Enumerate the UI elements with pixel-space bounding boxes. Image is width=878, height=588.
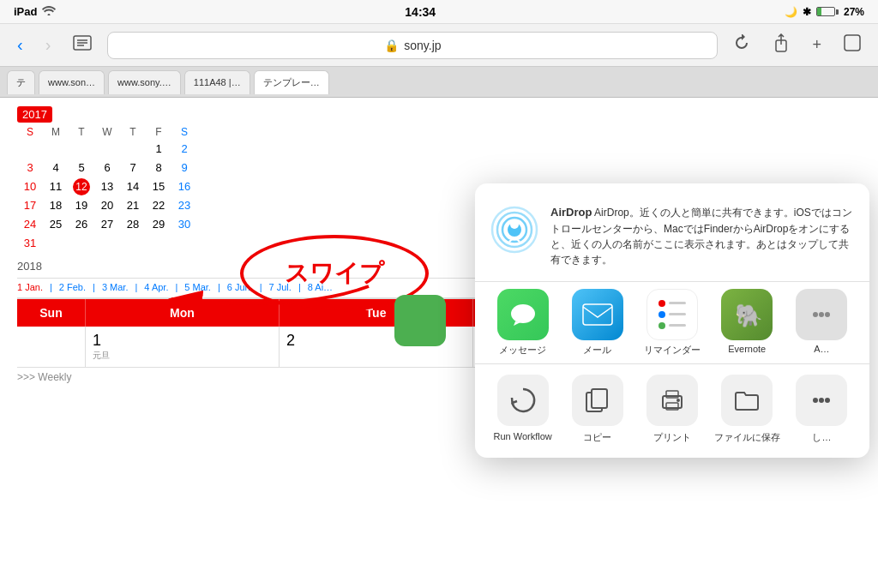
cal-week-1: 12 [17,140,214,159]
more-action-icon [796,375,847,426]
copy-label: コピー [583,431,611,444]
tab-3[interactable]: 111A48 |… [184,70,250,94]
svg-point-26 [825,398,830,403]
save-to-files-action[interactable]: ファイルに保存 [713,375,781,444]
mail-app-label: メール [583,344,611,357]
cal-week-3: 10111213141516 [17,177,214,196]
svg-point-24 [813,398,818,403]
svg-point-17 [825,312,830,317]
week-header-sun: Sun [17,299,86,327]
green-app-icon [394,295,446,346]
year-2017-label: 2017 [17,106,52,123]
share-app-evernote[interactable]: 🐘 Evernote [713,289,781,357]
svg-text:🐘: 🐘 [735,302,762,329]
new-tab-button[interactable]: + [805,33,828,57]
bluetooth-icon: ✱ [803,6,811,18]
mail-app-icon [572,289,623,340]
more-app-icon [796,289,847,340]
share-app-messages[interactable]: メッセージ [489,289,556,357]
share-app-reminders[interactable]: リマインダー [638,289,706,357]
svg-rect-13 [583,304,612,325]
address-bar[interactable]: 🔒 sony.jp [107,32,718,59]
airdrop-description: AirDrop AirDrop。近くの人と簡単に共有できます。iOSではコントロ… [550,204,854,267]
main-content: 2017 SMTWTFS 12 3456789 10111213141516 1… [0,98,878,588]
run-workflow-action[interactable]: Run Workflow [489,375,556,444]
mini-calendar: 2017 SMTWTFS 12 3456789 10111213141516 1… [17,106,214,253]
cal-week-4: 17181920212223 [17,196,214,215]
print-action[interactable]: プリント [638,375,706,444]
week-header-mon: Mon [86,299,280,327]
sun-cell [17,327,86,367]
share-app-mail[interactable]: メール [563,289,631,357]
mon-note: 元旦 [93,350,272,362]
battery-indicator [816,7,839,16]
save-to-files-icon [721,375,773,426]
svg-point-16 [819,312,824,317]
svg-point-15 [813,312,818,317]
messages-app-icon [497,289,549,340]
forward-button[interactable]: › [39,32,58,58]
carrier-label: iPad [14,5,37,18]
url-text: sony.jp [404,39,441,52]
moon-icon: 🌙 [785,6,797,18]
share-button[interactable] [766,30,797,60]
back-button[interactable]: ‹ [10,32,30,58]
mon-date: 1 [93,332,272,350]
reader-mode-button[interactable] [66,32,99,58]
copy-icon [572,375,623,426]
share-actions-row: Run Workflow コピー [475,364,869,444]
svg-point-25 [819,398,824,403]
more-action[interactable]: し… [788,375,856,444]
more-app-label: A… [814,344,829,354]
calendar-day-headers: SMTWTFS [17,126,214,138]
airdrop-icon [490,206,538,254]
tab-0[interactable]: テ [7,70,35,94]
svg-rect-19 [592,389,607,408]
airdrop-desc-text: AirDrop。近くの人と簡単に共有できます。iOSではコントロールセンターから… [550,207,852,266]
messages-app-label: メッセージ [499,344,546,357]
share-apps-row: メッセージ メール リマインダー [475,281,869,364]
more-action-label: し… [812,431,831,444]
evernote-app-label: Evernote [728,344,766,354]
svg-point-23 [677,399,680,402]
airdrop-section: AirDrop AirDrop。近くの人と簡単に共有できます。iOSではコントロ… [475,197,869,281]
tabs-overview-button[interactable] [837,31,868,59]
mon-cell: 1 元旦 [86,327,280,367]
lock-icon: 🔒 [384,39,399,52]
run-workflow-label: Run Workflow [493,431,551,441]
tab-1[interactable]: www.son… [39,70,105,94]
tabs-bar: テ www.son… www.sony.… 111A48 |… テンプレー… [0,67,878,98]
status-bar: iPad 14:34 🌙 ✱ 27% [0,0,878,24]
wifi-icon [42,5,56,18]
browser-nav-bar: ‹ › 🔒 sony.jp + [0,24,878,67]
copy-action[interactable]: コピー [563,375,631,444]
save-to-files-label: ファイルに保存 [714,431,780,444]
cal-week-6: 31 [17,234,214,253]
share-app-more[interactable]: A… [788,289,856,357]
share-sheet: AirDrop AirDrop。近くの人と簡単に共有できます。iOSではコントロ… [475,183,869,458]
print-icon [646,375,698,426]
svg-point-11 [510,220,519,229]
run-workflow-icon [497,375,549,426]
tab-2[interactable]: www.sony.… [108,70,181,94]
airdrop-title: AirDrop [550,206,592,219]
evernote-app-icon: 🐘 [721,289,773,340]
tab-4[interactable]: テンプレー… [254,70,329,94]
print-label: プリント [653,431,691,444]
reminders-app-label: リマインダー [644,344,701,357]
cal-week-5: 24252627282930 [17,215,214,234]
svg-point-12 [511,304,535,323]
reload-button[interactable] [726,31,757,59]
clock: 14:34 [405,5,436,19]
cal-week-2: 3456789 [17,159,214,177]
battery-percentage: 27% [844,6,864,18]
svg-rect-5 [845,35,860,51]
reminders-app-icon [646,289,698,340]
